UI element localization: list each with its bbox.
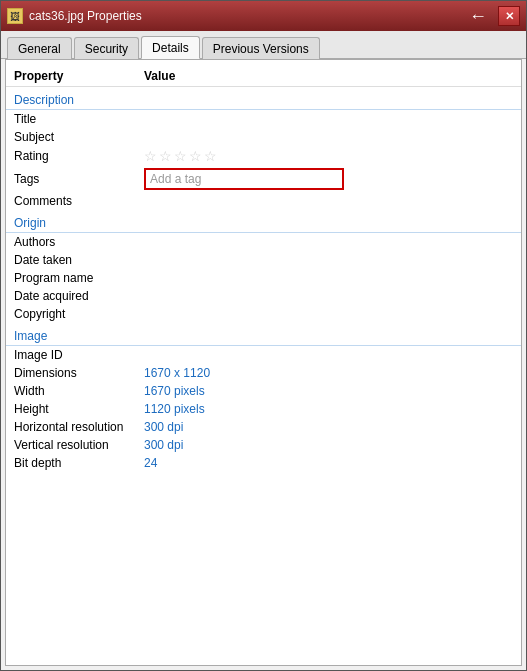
star-5[interactable]: ☆	[204, 148, 217, 164]
close-button[interactable]: ✕	[498, 6, 520, 26]
row-h-resolution: Horizontal resolution 300 dpi	[6, 418, 521, 436]
row-date-taken: Date taken	[6, 251, 521, 269]
row-image-id: Image ID	[6, 346, 521, 365]
prop-width-value: 1670 pixels	[136, 382, 521, 400]
tags-input[interactable]: Add a tag	[144, 168, 344, 190]
row-copyright: Copyright	[6, 305, 521, 323]
row-width: Width 1670 pixels	[6, 382, 521, 400]
tab-details[interactable]: Details	[141, 36, 200, 59]
row-dimensions: Dimensions 1670 x 1120	[6, 364, 521, 382]
content-area: Property Value Description Title Subject	[5, 59, 522, 666]
tabs-bar: General Security Details Previous Versio…	[1, 31, 526, 59]
star-2[interactable]: ☆	[159, 148, 172, 164]
prop-image-id-value	[136, 346, 521, 365]
prop-dimensions-label: Dimensions	[6, 364, 136, 382]
section-image-label: Image	[6, 323, 521, 346]
row-title: Title	[6, 110, 521, 129]
prop-subject-label: Subject	[6, 128, 136, 146]
prop-program-name-label: Program name	[6, 269, 136, 287]
prop-tags-label: Tags	[6, 166, 136, 192]
col-header-property: Property	[6, 66, 136, 87]
prop-v-resolution-value: 300 dpi	[136, 436, 521, 454]
tab-previous-versions[interactable]: Previous Versions	[202, 37, 320, 59]
prop-copyright-label: Copyright	[6, 305, 136, 323]
tab-general[interactable]: General	[7, 37, 72, 59]
row-comments: Comments	[6, 192, 521, 210]
back-arrow-icon: ←	[469, 6, 487, 27]
prop-width-label: Width	[6, 382, 136, 400]
prop-title-label: Title	[6, 110, 136, 129]
prop-date-taken-value	[136, 251, 521, 269]
row-rating: Rating ☆ ☆ ☆ ☆ ☆	[6, 146, 521, 166]
property-table: Property Value Description Title Subject	[6, 66, 521, 472]
section-origin: Origin	[6, 210, 521, 233]
row-subject: Subject	[6, 128, 521, 146]
star-4[interactable]: ☆	[189, 148, 202, 164]
row-program-name: Program name	[6, 269, 521, 287]
prop-copyright-value	[136, 305, 521, 323]
file-icon: 🖼	[7, 8, 23, 24]
row-tags: Tags Add a tag	[6, 166, 521, 192]
prop-authors-value	[136, 233, 521, 252]
prop-height-value: 1120 pixels	[136, 400, 521, 418]
prop-dimensions-value: 1670 x 1120	[136, 364, 521, 382]
title-bar-controls: ← ✕	[469, 6, 520, 27]
prop-h-resolution-value: 300 dpi	[136, 418, 521, 436]
title-bar: 🖼 cats36.jpg Properties ← ✕	[1, 1, 526, 31]
prop-rating-value[interactable]: ☆ ☆ ☆ ☆ ☆	[136, 146, 521, 166]
window-title: cats36.jpg Properties	[29, 9, 142, 23]
prop-image-id-label: Image ID	[6, 346, 136, 365]
prop-date-acquired-value	[136, 287, 521, 305]
prop-v-resolution-label: Vertical resolution	[6, 436, 136, 454]
prop-rating-label: Rating	[6, 146, 136, 166]
prop-h-resolution-label: Horizontal resolution	[6, 418, 136, 436]
section-origin-label: Origin	[6, 210, 521, 233]
prop-comments-label: Comments	[6, 192, 136, 210]
prop-authors-label: Authors	[6, 233, 136, 252]
table-header-row: Property Value	[6, 66, 521, 87]
section-description-label: Description	[6, 87, 521, 110]
prop-comments-value	[136, 192, 521, 210]
row-height: Height 1120 pixels	[6, 400, 521, 418]
star-1[interactable]: ☆	[144, 148, 157, 164]
prop-bit-depth-value: 24	[136, 454, 521, 472]
prop-date-taken-label: Date taken	[6, 251, 136, 269]
section-image: Image	[6, 323, 521, 346]
row-date-acquired: Date acquired	[6, 287, 521, 305]
window: 🖼 cats36.jpg Properties ← ✕ General Secu…	[0, 0, 527, 671]
title-bar-left: 🖼 cats36.jpg Properties	[7, 8, 142, 24]
row-authors: Authors	[6, 233, 521, 252]
prop-title-value	[136, 110, 521, 129]
prop-date-acquired-label: Date acquired	[6, 287, 136, 305]
tab-security[interactable]: Security	[74, 37, 139, 59]
prop-tags-value[interactable]: Add a tag	[136, 166, 521, 192]
col-header-value: Value	[136, 66, 521, 87]
star-3[interactable]: ☆	[174, 148, 187, 164]
row-bit-depth: Bit depth 24	[6, 454, 521, 472]
prop-height-label: Height	[6, 400, 136, 418]
prop-subject-value	[136, 128, 521, 146]
prop-program-name-value	[136, 269, 521, 287]
section-description: Description	[6, 87, 521, 110]
scroll-container[interactable]: Property Value Description Title Subject	[6, 60, 521, 665]
prop-bit-depth-label: Bit depth	[6, 454, 136, 472]
row-v-resolution: Vertical resolution 300 dpi	[6, 436, 521, 454]
star-rating[interactable]: ☆ ☆ ☆ ☆ ☆	[144, 148, 513, 164]
